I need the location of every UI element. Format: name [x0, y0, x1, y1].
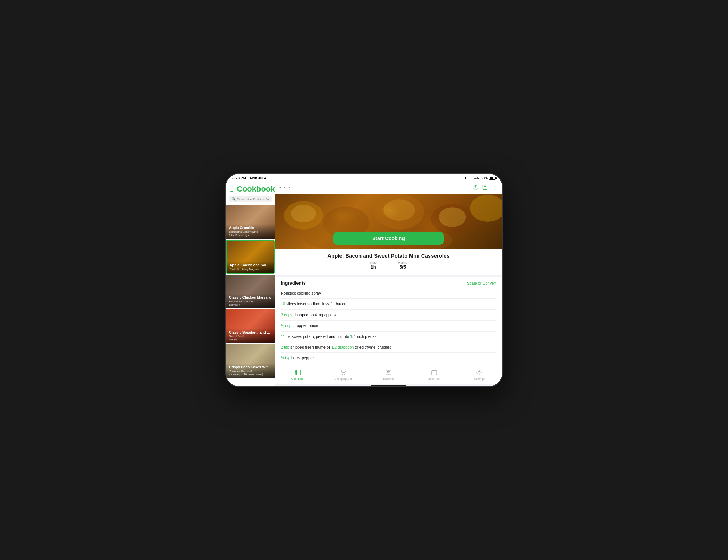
status-date: Mon Jul 4	[250, 176, 266, 180]
ingredient-qty: 11	[281, 334, 285, 339]
ingredient-row: Nonstick cooking spray	[281, 288, 496, 299]
tab-label: Discover	[383, 377, 394, 381]
ingredient-qty2: 1/4	[350, 334, 355, 339]
svg-rect-3	[483, 185, 487, 189]
rating-value: 5/5	[398, 264, 407, 270]
svg-point-13	[439, 207, 466, 227]
recipe-item-name: Classic Chicken Marsala	[229, 296, 272, 300]
start-cooking-button[interactable]: Start Cooking	[333, 232, 444, 245]
svg-rect-17	[386, 370, 391, 375]
recipe-item-author: Yewande Komolafe	[229, 370, 272, 373]
discover-tab-icon	[385, 370, 392, 377]
svg-point-11	[291, 205, 316, 222]
ingredient-row: ¼ tsp black pepper	[281, 353, 496, 364]
svg-point-12	[383, 199, 415, 221]
cart-tab-icon	[340, 370, 346, 377]
battery-icon	[489, 177, 496, 180]
tab-discover[interactable]: Discover	[378, 370, 399, 381]
time-meta: Time 1h	[370, 261, 377, 270]
recipe-item-serves: Serves 4	[229, 303, 272, 306]
recipe-item[interactable]: Apple Crumble Samantha Seneviratne 8 to …	[226, 205, 275, 239]
search-bar[interactable]: 🔍	[229, 196, 272, 202]
svg-rect-1	[230, 189, 235, 189]
recipe-list: Apple Crumble Samantha Seneviratne 8 to …	[226, 205, 275, 386]
recipe-item-overlay: Apple, Bacon and Sweet Potato Mini Casse…	[227, 261, 274, 273]
tab-meal-plan[interactable]: Meal Plan	[423, 370, 445, 381]
recipe-content[interactable]: Start Cooking Apple, Bacon and Sweet Pot…	[275, 194, 502, 367]
tab-settings[interactable]: Settings	[469, 370, 490, 381]
ingredient-text: chopped onion	[291, 323, 318, 328]
ingredient-qty: 2 tsp	[281, 345, 289, 349]
sidebar-toggle-button[interactable]	[230, 185, 237, 193]
rating-meta: Rating 5/5	[398, 261, 407, 270]
recipe-item-serves: 8 to 10 servings	[229, 233, 272, 237]
ingredient-text: chopped cooking apples	[292, 313, 336, 317]
sidebar-title: Cookbook	[237, 184, 275, 194]
ingredient-text: Nonstick cooking spray	[281, 291, 321, 295]
save-icon[interactable]	[482, 184, 488, 191]
recipe-item-serves: 4 servings (10 bean cakes)	[229, 373, 272, 376]
time-value: 1h	[370, 264, 377, 270]
ingredient-qty: ½ cup	[281, 323, 291, 328]
status-bar: 3:23 PM Mon Jul 4 ⬆ wifi 68%	[226, 174, 502, 182]
ingredient-row: 10 slices lower sodium, less fat bacon	[281, 299, 496, 309]
ingredient-row: ½ cup chopped onion	[281, 321, 496, 331]
calendar-tab-icon	[431, 370, 437, 377]
recipe-item-name: Classic Spaghetti and Meatballs	[229, 330, 272, 335]
ingredient-row: 1½ cups refrigerated or frozen egg produ…	[281, 364, 496, 367]
scale-convert-button[interactable]: Scale or Convert	[467, 281, 496, 285]
top-bar-actions: ⋯	[473, 184, 498, 192]
sidebar-header: Cookbook +	[226, 182, 275, 196]
rating-label: Rating	[398, 261, 407, 264]
cookbook-tab-icon	[295, 370, 301, 377]
sidebar: Cookbook + 🔍 Apple Crumble Samantha Sene…	[226, 182, 275, 386]
ingredient-row: 2 cups chopped cooking apples	[281, 310, 496, 321]
ingredients-section: Ingredients Scale or Convert Nonstick co…	[275, 277, 502, 367]
tab-label: Settings	[474, 377, 485, 381]
ingredient-row: 11-oz sweet potato, peeled and cut into …	[281, 332, 496, 342]
tab-shopping-list[interactable]: Shopping List	[332, 370, 354, 381]
recipe-item-author: Diabetic Living Magazine	[230, 268, 271, 271]
share-icon[interactable]	[473, 184, 478, 191]
location-icon: ⬆	[464, 177, 467, 180]
recipe-item-serves: Serves 6	[229, 338, 272, 341]
tab-bar: Cookbook Shopping List Discover Meal Pla…	[275, 367, 502, 384]
tab-cookbook[interactable]: Cookbook	[287, 370, 309, 381]
ingredient-text: -oz sweet potato, peeled and cut into	[285, 334, 350, 339]
svg-rect-14	[295, 370, 300, 375]
recipe-item-name: Apple, Bacon and Sweet Potato Mini Casse	[230, 263, 271, 268]
recipe-item[interactable]: Classic Chicken Marsala Rachel Farnswort…	[226, 275, 275, 308]
search-icon: 🔍	[232, 197, 236, 201]
battery-percentage: 68%	[481, 176, 488, 180]
time-label: Time	[370, 261, 377, 264]
tab-label: Meal Plan	[428, 377, 440, 381]
signal-icon	[469, 177, 472, 180]
recipe-item[interactable]: Crispy Bean Cakes With Harissa, Lemon an…	[226, 344, 275, 378]
svg-rect-2	[230, 191, 233, 192]
recipe-item-overlay: Apple Crumble Samantha Seneviratne 8 to …	[226, 224, 275, 239]
svg-rect-0	[230, 187, 237, 187]
main-panel: • • • ⋯	[275, 182, 502, 386]
recipe-main-title: Apple, Bacon and Sweet Potato Mini Casse…	[281, 253, 496, 259]
ingredient-row: 2 tsp snipped fresh thyme or 1/2 teaspoo…	[281, 342, 496, 353]
home-indicator	[371, 385, 406, 386]
ingredient-text: slices lower sodium, less fat bacon	[285, 302, 346, 306]
ingredient-text2: dried thyme, crushed	[354, 345, 392, 349]
recipe-item-name: Apple Crumble	[229, 226, 272, 230]
recipe-item[interactable]: Classic Spaghetti and Meatballs Sweet Ba…	[226, 309, 275, 343]
svg-point-19	[478, 371, 480, 373]
recipe-item-author: Samantha Seneviratne	[229, 230, 272, 233]
tab-label: Cookbook	[291, 377, 304, 381]
ingredient-qty2: 1/2 teaspoon	[331, 345, 354, 349]
recipe-item-overlay: Classic Spaghetti and Meatballs Sweet Ba…	[226, 328, 275, 343]
recipe-item[interactable]: Apple, Bacon and Sweet Potato Mini Casse…	[226, 240, 275, 274]
recipe-item-overlay: Classic Chicken Marsala Rachel Farnswort…	[226, 294, 275, 308]
recipe-meta: Time 1h Rating 5/5	[281, 261, 496, 273]
svg-point-8	[470, 195, 502, 222]
ipad-device: 3:23 PM Mon Jul 4 ⬆ wifi 68%	[225, 173, 503, 387]
more-icon[interactable]: ⋯	[491, 184, 498, 192]
ingredient-text2: -inch pieces	[355, 334, 376, 339]
app-body: Cookbook + 🔍 Apple Crumble Samantha Sene…	[226, 182, 502, 386]
ingredients-header: Ingredients Scale or Convert	[281, 277, 496, 288]
search-input[interactable]	[237, 198, 269, 201]
